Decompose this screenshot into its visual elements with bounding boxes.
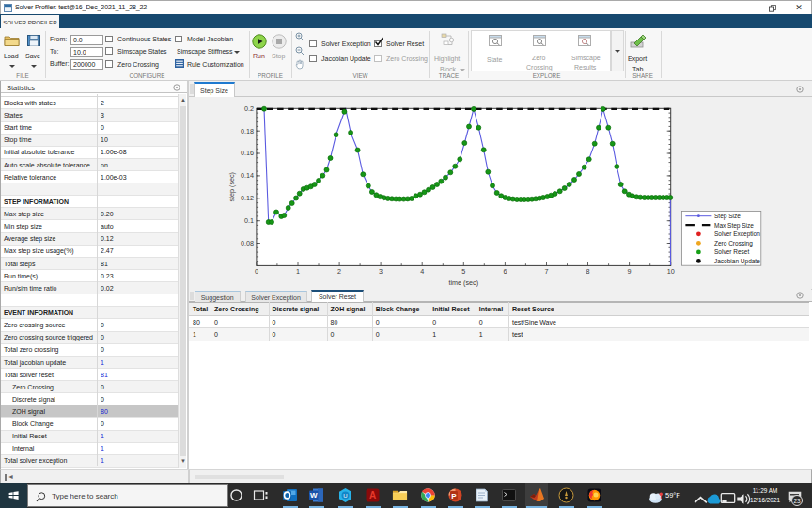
svg-text:Solver Reset: Solver Reset [714,248,749,255]
svg-text:Step Size: Step Size [714,213,741,220]
svg-text:A: A [369,490,376,500]
svg-text:W: W [310,491,318,500]
svg-text:9: 9 [628,267,632,276]
svg-text:0.12: 0.12 [241,194,254,202]
svg-text:step (sec): step (sec) [227,172,236,202]
svg-text:Jacobian Update: Jacobian Update [714,258,760,265]
svg-text:1: 1 [296,267,300,276]
svg-text:P: P [451,492,457,500]
svg-text:U: U [343,493,347,499]
svg-text:Max Step Size: Max Step Size [714,222,754,230]
svg-text:7: 7 [545,267,549,276]
svg-text:0.18: 0.18 [241,127,254,135]
svg-text:0.14: 0.14 [241,171,254,180]
svg-text:Zero Crossing: Zero Crossing [714,240,753,247]
svg-text:0.16: 0.16 [241,149,254,157]
svg-text:4: 4 [420,267,424,276]
svg-text:10: 10 [667,267,675,276]
svg-text:3: 3 [379,267,383,276]
svg-text:0.1: 0.1 [244,216,254,225]
svg-text:time (sec): time (sec) [449,278,479,287]
svg-text:8: 8 [586,267,590,276]
svg-text:Solver Exception: Solver Exception [714,230,760,238]
svg-text:2: 2 [337,267,341,276]
svg-text:0.08: 0.08 [241,239,254,247]
svg-text:0.2: 0.2 [244,104,254,113]
svg-text:5: 5 [461,267,465,276]
svg-text:0: 0 [255,267,258,276]
svg-text:6: 6 [503,267,507,276]
